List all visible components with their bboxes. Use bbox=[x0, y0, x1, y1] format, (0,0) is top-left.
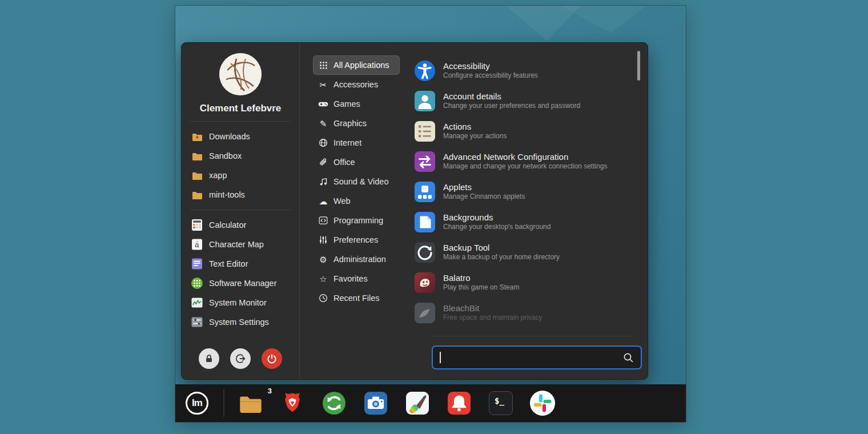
place-label: mint-tools bbox=[209, 190, 245, 199]
app-description: Change your user preferences and passwor… bbox=[443, 102, 580, 110]
category-label: Sound & Video bbox=[333, 177, 388, 186]
mint-logo-icon: lm bbox=[186, 392, 208, 415]
slack-button[interactable] bbox=[529, 390, 556, 416]
category-all-applications[interactable]: All Applications bbox=[313, 55, 400, 75]
category-programming[interactable]: Programming bbox=[313, 211, 400, 230]
app-row-account-details[interactable]: Account details Change your user prefere… bbox=[414, 86, 622, 116]
cloud-icon: ☁ bbox=[318, 197, 328, 206]
camera-app-button[interactable] bbox=[363, 390, 389, 416]
taskbar: lm 3 $_ bbox=[175, 384, 686, 422]
files-button[interactable]: 3 bbox=[238, 390, 264, 416]
category-favorites[interactable]: ☆ Favorites bbox=[313, 269, 400, 288]
category-label: Administration bbox=[333, 255, 386, 264]
category-office[interactable]: Office bbox=[313, 152, 400, 172]
search-input[interactable] bbox=[441, 353, 623, 363]
alerts-app-button[interactable] bbox=[446, 390, 472, 416]
category-administration[interactable]: ⚙ Administration bbox=[313, 250, 400, 269]
search-icon bbox=[623, 352, 634, 363]
sidebar-item-text-editor[interactable]: Text Editor bbox=[182, 254, 299, 274]
app-row-actions[interactable]: Actions Manage your actions bbox=[414, 116, 622, 146]
app-description: Manage and change your network connectio… bbox=[443, 163, 608, 170]
category-accessories[interactable]: ✂ Accessories bbox=[313, 75, 400, 94]
scrollbar[interactable] bbox=[637, 51, 640, 81]
category-label: Accessories bbox=[333, 80, 378, 89]
camera-icon bbox=[363, 391, 388, 416]
taskbar-divider bbox=[223, 389, 224, 417]
app-row-advanced-network-configuration[interactable]: Advanced Network Configuration Manage an… bbox=[414, 146, 622, 176]
app-row-bleachbit[interactable]: BleachBit Free space and maintain privac… bbox=[414, 298, 622, 328]
category-label: Games bbox=[333, 99, 360, 108]
application-list: Accessibility Configure accessibility fe… bbox=[414, 55, 648, 328]
accessibility-app-icon bbox=[414, 60, 436, 82]
place-downloads[interactable]: Downloads bbox=[182, 127, 299, 146]
network-configuration-app-icon bbox=[414, 151, 436, 172]
slack-icon bbox=[529, 390, 556, 416]
app-row-balatro[interactable]: Balatro Play this game on Steam bbox=[414, 267, 622, 298]
bell-icon bbox=[447, 391, 472, 416]
menu-main: All Applications ✂ Accessories Games ✎ G… bbox=[300, 43, 648, 379]
bleachbit-app-icon bbox=[414, 302, 436, 324]
category-label: Programming bbox=[333, 216, 383, 225]
category-list: All Applications ✂ Accessories Games ✎ G… bbox=[313, 55, 400, 328]
terminal-button[interactable]: $_ bbox=[488, 390, 514, 416]
folder-icon bbox=[191, 152, 203, 160]
user-avatar[interactable] bbox=[219, 53, 262, 95]
app-name: Backgrounds bbox=[443, 213, 550, 223]
sidebar-item-software-manager[interactable]: Software Manager bbox=[182, 274, 299, 293]
applets-app-icon bbox=[414, 181, 436, 203]
category-preferences[interactable]: Preferences bbox=[313, 230, 400, 250]
lock-button[interactable] bbox=[199, 348, 219, 369]
app-row-backgrounds[interactable]: Backgrounds Change your desktop's backgr… bbox=[414, 207, 622, 237]
gamepad-icon bbox=[318, 101, 328, 108]
sidebar-item-label: System Settings bbox=[209, 318, 269, 327]
system-settings-icon bbox=[191, 316, 203, 328]
app-name: Balatro bbox=[443, 274, 519, 283]
sidebar-item-system-settings[interactable]: System Settings bbox=[182, 312, 299, 332]
app-description: Free space and maintain privacy bbox=[443, 314, 542, 322]
app-row-backup-tool[interactable]: Backup Tool Make a backup of your home d… bbox=[414, 237, 622, 267]
power-button[interactable] bbox=[262, 348, 282, 369]
place-label: xapp bbox=[209, 171, 227, 180]
sync-arrows-icon bbox=[322, 391, 347, 416]
place-mint-tools[interactable]: mint-tools bbox=[182, 185, 299, 204]
app-row-applets[interactable]: Applets Manage Cinnamon applets bbox=[414, 176, 622, 207]
window-count-badge: 3 bbox=[268, 387, 272, 395]
place-xapp[interactable]: xapp bbox=[182, 166, 299, 185]
calculator-icon bbox=[191, 219, 203, 231]
category-sound-video[interactable]: Sound & Video bbox=[313, 172, 400, 191]
sidebar-item-system-monitor[interactable]: System Monitor bbox=[182, 293, 299, 312]
category-web[interactable]: ☁ Web bbox=[313, 191, 400, 211]
category-label: Graphics bbox=[333, 119, 367, 128]
account-details-app-icon bbox=[414, 90, 436, 112]
sidebar-item-character-map[interactable]: á Character Map bbox=[182, 235, 299, 254]
category-graphics[interactable]: ✎ Graphics bbox=[313, 114, 400, 133]
category-games[interactable]: Games bbox=[313, 94, 400, 114]
app-text: Account details Change your user prefere… bbox=[443, 92, 580, 110]
brave-browser-button[interactable] bbox=[279, 390, 306, 416]
divider bbox=[432, 336, 634, 336]
category-recent-files[interactable]: Recent Files bbox=[313, 288, 400, 308]
svg-text:á: á bbox=[195, 240, 199, 249]
system-monitor-icon bbox=[191, 296, 203, 309]
scissors-icon: ✂ bbox=[318, 81, 328, 89]
pencil-icon: ✎ bbox=[318, 119, 328, 128]
drawing-app-button[interactable] bbox=[404, 390, 431, 416]
software-manager-icon bbox=[191, 277, 203, 290]
folder-downloads-icon bbox=[191, 132, 203, 141]
app-row-accessibility[interactable]: Accessibility Configure accessibility fe… bbox=[414, 55, 622, 86]
update-manager-button[interactable] bbox=[321, 390, 347, 416]
places-list: Downloads Sandbox xapp bbox=[182, 122, 299, 210]
wallpaper-shape bbox=[560, 6, 646, 33]
mint-menu-button[interactable]: lm bbox=[184, 390, 210, 416]
favorite-apps-list: Calculator á Character Map Text Editor bbox=[182, 210, 299, 337]
logout-button[interactable] bbox=[230, 348, 251, 369]
music-note-icon bbox=[318, 177, 328, 186]
app-description: Change your desktop's background bbox=[443, 223, 550, 231]
category-internet[interactable]: Internet bbox=[313, 133, 400, 152]
place-sandbox[interactable]: Sandbox bbox=[182, 146, 299, 166]
app-text: Applets Manage Cinnamon applets bbox=[443, 183, 525, 201]
menu-sidebar: Clement Lefebvre Downloads Sandbox bbox=[182, 43, 300, 379]
user-name: Clement Lefebvre bbox=[186, 103, 295, 114]
sidebar-item-calculator[interactable]: Calculator bbox=[182, 215, 299, 235]
paintbrush-icon bbox=[405, 391, 430, 416]
